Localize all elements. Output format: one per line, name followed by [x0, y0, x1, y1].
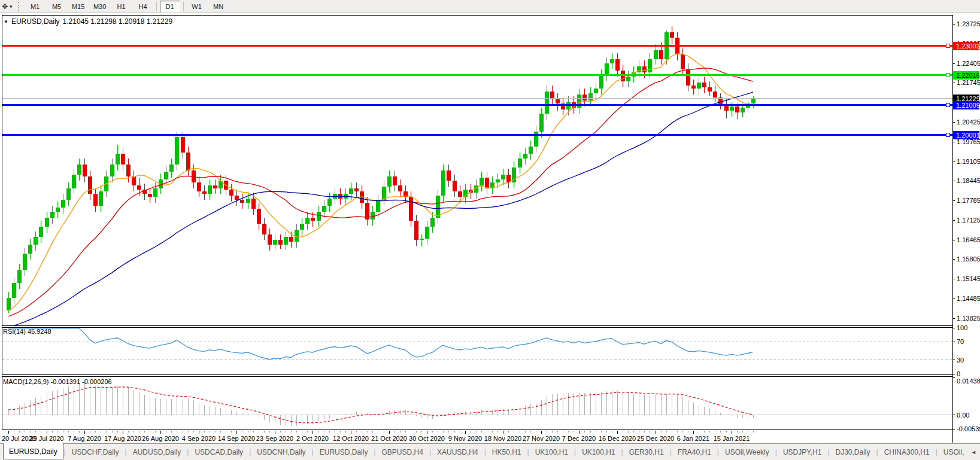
tab-eurusd-daily[interactable]: EURUSD,Daily	[3, 443, 63, 459]
timeframe-button-w1[interactable]: W1	[187, 1, 207, 13]
svg-text:25 Dec 2020: 25 Dec 2020	[637, 435, 674, 442]
toolbar-separator	[156, 2, 157, 11]
svg-text:1.22016: 1.22016	[956, 72, 980, 79]
svg-text:26 Aug 2020: 26 Aug 2020	[142, 435, 179, 442]
svg-text:1.13825: 1.13825	[957, 315, 980, 322]
svg-text:15 Jan 2021: 15 Jan 2021	[714, 435, 750, 442]
svg-text:1.23725: 1.23725	[957, 20, 980, 28]
tab-usdjpy-h1[interactable]: USDJPY,H1	[778, 446, 827, 459]
tab-fra40-h1[interactable]: FRA40,H1	[672, 446, 717, 459]
move-cursor-icon: ✥	[2, 3, 8, 10]
svg-text:7 Aug 2020: 7 Aug 2020	[68, 435, 101, 442]
svg-text:0.00: 0.00	[957, 412, 969, 419]
svg-text:2 Oct 2020: 2 Oct 2020	[296, 435, 329, 442]
timeframe-button-group: M1M5M15M30H1H4D1W1MN	[25, 1, 229, 13]
timeframe-button-m5[interactable]: M5	[47, 1, 67, 13]
svg-text:6 Jan 2021: 6 Jan 2021	[677, 435, 709, 442]
svg-text:1.20001: 1.20001	[956, 132, 980, 139]
svg-text:30 Oct 2020: 30 Oct 2020	[409, 435, 445, 442]
svg-text:14 Sep 2020: 14 Sep 2020	[218, 435, 255, 442]
svg-text:1.15805: 1.15805	[957, 255, 980, 263]
svg-text:1.18445: 1.18445	[957, 177, 980, 184]
svg-text:0: 0	[957, 370, 960, 377]
tab-china300-h1[interactable]: CHINA300,H1	[879, 446, 935, 459]
price-chart-canvas[interactable]: 1.237251.230651.224051.217451.210851.204…	[0, 13, 980, 443]
tab-usoil-weekly[interactable]: USOil,Weekly	[720, 446, 775, 459]
svg-text:1.19765: 1.19765	[957, 138, 980, 145]
timeframe-button-d1[interactable]: D1	[160, 1, 180, 13]
svg-text:100: 100	[957, 324, 967, 331]
toolbar: ✥ ▾ M1M5M15M30H1H4D1W1MN	[0, 0, 980, 13]
svg-text:1.15145: 1.15145	[957, 275, 980, 282]
tab-audusd-daily[interactable]: AUDUSD,Daily	[128, 446, 187, 459]
svg-text:70: 70	[957, 338, 964, 345]
tab-uk100-h1[interactable]: UK100,H1	[577, 446, 620, 459]
chart-tab-bar: EURUSD,Daily|USDCHF,Daily|AUDUSD,Daily|U…	[0, 443, 980, 460]
svg-text:9 Nov 2020: 9 Nov 2020	[448, 435, 482, 442]
svg-text:17 Aug 2020: 17 Aug 2020	[104, 435, 141, 442]
svg-text:1.17785: 1.17785	[957, 197, 980, 204]
svg-text:29 Jul 2020: 29 Jul 2020	[30, 435, 64, 442]
svg-text:-0.005396: -0.005396	[957, 425, 980, 432]
svg-text:18 Nov 2020: 18 Nov 2020	[484, 435, 521, 442]
svg-text:1.14485: 1.14485	[957, 295, 980, 302]
tab-eurusd-daily[interactable]: EURUSD,Daily	[314, 446, 374, 459]
timeframe-button-h1[interactable]: H1	[111, 1, 132, 13]
svg-text:1.20425: 1.20425	[957, 118, 980, 126]
svg-text:1.21745: 1.21745	[957, 79, 980, 86]
tab-xauusd-h4[interactable]: XAUUSD,H4	[432, 446, 484, 459]
toolbar-grip	[18, 2, 21, 11]
chart-window: 1.237251.230651.224051.217451.210851.204…	[0, 13, 980, 443]
svg-text:16 Dec 2020: 16 Dec 2020	[599, 435, 636, 442]
svg-text:4 Sep 2020: 4 Sep 2020	[182, 435, 216, 442]
timeframe-button-h4[interactable]: H4	[133, 1, 153, 13]
svg-text:30: 30	[957, 357, 964, 364]
chevron-down-icon[interactable]: ▾	[10, 4, 13, 10]
tab-scroll-left-icon[interactable]: ◄	[969, 448, 978, 456]
tab-uk100-h1[interactable]: UK100,H1	[530, 446, 574, 459]
svg-text:1.21009: 1.21009	[956, 102, 980, 109]
pane-borders	[2, 15, 953, 443]
timeframe-button-m15[interactable]: M15	[68, 1, 89, 13]
timeframe-button-m1[interactable]: M1	[25, 1, 45, 13]
chart-cursor-tool[interactable]: ✥ ▾	[2, 3, 13, 10]
svg-text:27 Nov 2020: 27 Nov 2020	[523, 435, 560, 442]
svg-text:1.23002: 1.23002	[956, 42, 980, 50]
svg-text:21 Oct 2020: 21 Oct 2020	[371, 435, 407, 442]
tab-gbpusd-h4[interactable]: GBPUSD,H4	[377, 446, 429, 459]
svg-text:0.014384: 0.014384	[957, 377, 980, 385]
svg-text:7 Dec 2020: 7 Dec 2020	[562, 435, 596, 442]
svg-text:1.17125: 1.17125	[957, 217, 980, 224]
svg-text:12 Oct 2020: 12 Oct 2020	[333, 435, 369, 442]
tab-hk50-h1[interactable]: HK50,H1	[487, 446, 527, 459]
timeframe-button-m30[interactable]: M30	[90, 1, 110, 13]
svg-text:1.16465: 1.16465	[957, 236, 980, 243]
tab-usdcad-daily[interactable]: USDCAD,Daily	[189, 446, 248, 459]
tab-dj30-daily[interactable]: DJ30,Daily	[830, 446, 876, 459]
tab-ger30-h1[interactable]: GER30,H1	[624, 446, 669, 459]
tab-scroll-arrows: ◄ ►	[969, 448, 980, 456]
tab-usoil[interactable]: USOil,	[938, 446, 970, 459]
svg-text:1.22405: 1.22405	[957, 60, 980, 67]
tab-usdcnh-daily[interactable]: USDCNH,Daily	[251, 446, 311, 459]
svg-text:1.19105: 1.19105	[957, 158, 980, 165]
svg-text:23 Sep 2020: 23 Sep 2020	[256, 435, 293, 442]
tab-usdchf-daily[interactable]: USDCHF,Daily	[66, 446, 125, 459]
toolbar-separator	[183, 2, 184, 11]
tab-strip: EURUSD,Daily|USDCHF,Daily|AUDUSD,Daily|U…	[3, 445, 969, 459]
timeframe-button-mn[interactable]: MN	[208, 1, 229, 13]
